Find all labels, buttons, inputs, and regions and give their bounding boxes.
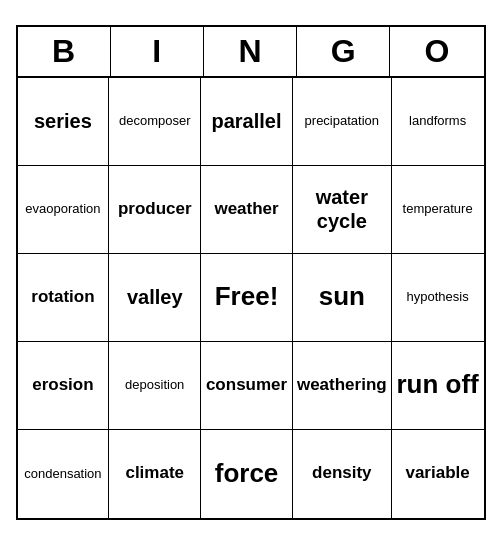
bingo-cell: weather xyxy=(201,166,293,254)
cell-text: climate xyxy=(125,463,184,483)
cell-text: density xyxy=(312,463,372,483)
bingo-cell: Free! xyxy=(201,254,293,342)
cell-text: erosion xyxy=(32,375,93,395)
bingo-cell: evaoporation xyxy=(18,166,110,254)
bingo-cell: consumer xyxy=(201,342,293,430)
bingo-cell: water cycle xyxy=(293,166,392,254)
bingo-card: BINGO seriesdecomposerparallelprecipatat… xyxy=(16,25,486,520)
cell-text: landforms xyxy=(409,113,466,129)
bingo-cell: temperature xyxy=(392,166,484,254)
cell-text: consumer xyxy=(206,375,287,395)
bingo-cell: decomposer xyxy=(109,78,201,166)
bingo-cell: landforms xyxy=(392,78,484,166)
cell-text: temperature xyxy=(403,201,473,217)
cell-text: series xyxy=(34,109,92,133)
header-letter: N xyxy=(204,27,297,76)
header-letter: B xyxy=(18,27,111,76)
cell-text: rotation xyxy=(31,287,94,307)
bingo-cell: valley xyxy=(109,254,201,342)
bingo-cell: rotation xyxy=(18,254,110,342)
cell-text: Free! xyxy=(215,281,279,312)
header-letter: G xyxy=(297,27,390,76)
bingo-cell: variable xyxy=(392,430,484,518)
cell-text: water cycle xyxy=(297,185,387,233)
cell-text: run off xyxy=(396,369,478,400)
bingo-cell: hypothesis xyxy=(392,254,484,342)
bingo-cell: force xyxy=(201,430,293,518)
cell-text: decomposer xyxy=(119,113,191,129)
cell-text: producer xyxy=(118,199,192,219)
cell-text: weathering xyxy=(297,375,387,395)
cell-text: valley xyxy=(127,285,183,309)
header-letter: O xyxy=(390,27,483,76)
bingo-cell: density xyxy=(293,430,392,518)
bingo-grid: seriesdecomposerparallelprecipatationlan… xyxy=(18,78,484,518)
cell-text: weather xyxy=(214,199,278,219)
bingo-cell: weathering xyxy=(293,342,392,430)
bingo-cell: producer xyxy=(109,166,201,254)
cell-text: sun xyxy=(319,281,365,312)
bingo-cell: sun xyxy=(293,254,392,342)
header-letter: I xyxy=(111,27,204,76)
bingo-header: BINGO xyxy=(18,27,484,78)
bingo-cell: climate xyxy=(109,430,201,518)
bingo-cell: precipatation xyxy=(293,78,392,166)
bingo-cell: parallel xyxy=(201,78,293,166)
cell-text: deposition xyxy=(125,377,184,393)
cell-text: condensation xyxy=(24,466,101,482)
cell-text: parallel xyxy=(212,109,282,133)
cell-text: force xyxy=(215,458,279,489)
bingo-cell: condensation xyxy=(18,430,110,518)
bingo-cell: series xyxy=(18,78,110,166)
cell-text: precipatation xyxy=(305,113,379,129)
bingo-cell: run off xyxy=(392,342,484,430)
bingo-cell: deposition xyxy=(109,342,201,430)
cell-text: variable xyxy=(405,463,469,483)
bingo-cell: erosion xyxy=(18,342,110,430)
cell-text: hypothesis xyxy=(407,289,469,305)
cell-text: evaoporation xyxy=(25,201,100,217)
